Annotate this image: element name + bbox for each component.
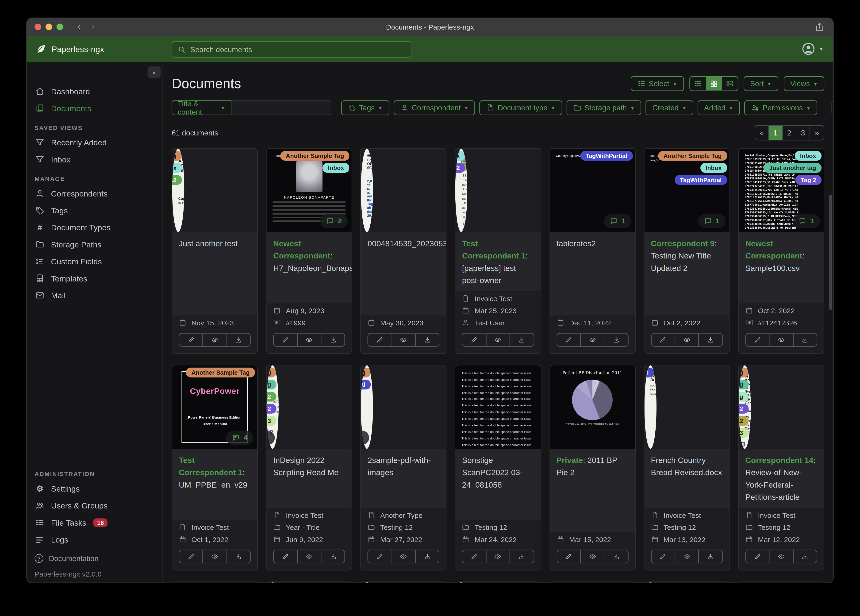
tag-tag-12[interactable]: Tag 12 — [267, 391, 276, 401]
download-button[interactable] — [510, 550, 534, 563]
edit-button[interactable] — [274, 550, 297, 563]
edit-button[interactable] — [179, 550, 203, 563]
document-card[interactable]: one,1.0 five,5.0Another Sample TagInboxT… — [644, 148, 730, 354]
search-input[interactable] — [189, 45, 405, 54]
edit-button[interactable] — [368, 550, 392, 563]
correspondent-link[interactable]: Private — [557, 456, 583, 465]
view-button[interactable] — [203, 333, 227, 346]
document-card[interactable]: Patient BP Distribution 2011Normal, 150,… — [549, 365, 636, 570]
correspondent-link[interactable]: Newest Correspondent — [273, 239, 330, 260]
document-card[interactable]: The SATPractice Test #1Make time to take… — [549, 581, 636, 583]
sidebar-item-logs[interactable]: Logs — [27, 531, 162, 548]
filter-button-correspondent[interactable]: Correspondent▼ — [394, 101, 475, 115]
edit-button[interactable] — [651, 333, 675, 346]
comment-count-badge[interactable]: 1 — [793, 214, 820, 228]
document-card[interactable]: This is a test for the double space char… — [455, 365, 541, 570]
edit-button[interactable] — [463, 333, 486, 346]
view-button[interactable] — [486, 550, 510, 563]
download-button[interactable] — [605, 550, 628, 563]
download-button[interactable] — [605, 333, 628, 346]
view-button[interactable] — [392, 333, 416, 346]
tag-inbox[interactable]: Inbox — [172, 163, 182, 173]
document-title[interactable]: InDesign 2022 Scripting Read Me — [267, 449, 352, 508]
document-title[interactable]: Correspondent 14: Review-of-New-York-Fed… — [739, 449, 824, 508]
view-details-button[interactable] — [722, 77, 738, 90]
tag-just-another-tag[interactable]: Just another tag — [267, 380, 276, 390]
close-window-button[interactable] — [35, 24, 41, 30]
correspondent-link[interactable]: Newest Correspondent — [745, 239, 802, 260]
share-icon[interactable] — [815, 22, 824, 32]
sidebar-item-storage-paths[interactable]: Storage Paths — [27, 236, 162, 253]
comment-count-badge[interactable]: 1 — [604, 214, 631, 228]
tag-another-sample-tag[interactable]: Another Sample Tag — [280, 151, 350, 161]
filter-button-storage-path[interactable]: Storage path▼ — [567, 101, 642, 115]
download-button[interactable] — [321, 333, 345, 346]
view-grid-button[interactable] — [706, 77, 722, 90]
edit-button[interactable] — [463, 550, 486, 563]
download-button[interactable] — [227, 550, 250, 563]
sidebar-item-custom-fields[interactable]: Custom Fields — [27, 253, 162, 270]
tag-inbox[interactable]: Inbox — [455, 151, 465, 161]
tag-another-sample-tag[interactable]: Another Sample Tag — [267, 368, 276, 377]
view-button[interactable] — [581, 333, 604, 346]
tag-inbox[interactable]: Inbox — [322, 163, 350, 173]
user-menu[interactable]: ▼ — [801, 42, 824, 56]
download-button[interactable] — [699, 333, 722, 346]
document-card[interactable]: Francja pod rNAPOLEON BONAPARTEAnother S… — [266, 148, 352, 354]
download-button[interactable] — [321, 550, 345, 563]
filter-button-added[interactable]: Added▼ — [698, 101, 740, 115]
sidebar-item-tags[interactable]: Tags — [27, 202, 162, 219]
tag-tag-222[interactable]: Tag 222 — [739, 416, 749, 426]
sidebar-item-users-groups[interactable]: Users & Groups — [27, 497, 162, 514]
comment-count-badge[interactable]: 2 — [320, 214, 348, 228]
field-selector-button[interactable]: Title & content▼ — [171, 101, 231, 115]
tag-tag-2[interactable]: Tag 2 — [455, 163, 465, 173]
tag-just-another-tag[interactable]: Just another tag — [764, 163, 822, 173]
view-button[interactable] — [770, 550, 793, 563]
edit-button[interactable] — [746, 550, 770, 563]
view-button[interactable] — [770, 333, 793, 346]
edit-button[interactable] — [179, 333, 203, 346]
document-card[interactable]: Adobe Acrobat PDF FilesCupcake ipsumAnot… — [171, 148, 258, 354]
comment-count-badge[interactable]: 1 — [698, 214, 725, 228]
download-button[interactable] — [510, 333, 534, 346]
pagination-page-3[interactable]: 3 — [796, 126, 810, 140]
edit-button[interactable] — [368, 333, 392, 346]
tag-tag-2[interactable]: Tag 2 — [267, 404, 276, 414]
view-button[interactable] — [203, 550, 227, 563]
document-card[interactable]: MEDICAL TEACHERMedical TeacherISSN: 0142… — [455, 148, 541, 354]
view-button[interactable] — [581, 550, 604, 563]
app-brand[interactable]: Paperless-ngx — [27, 43, 104, 55]
tag-just-another-tag[interactable]: Just another tag — [739, 380, 749, 390]
tag-another-sample-tag[interactable]: Another Sample Tag — [172, 151, 182, 161]
correspondent-link[interactable]: Correspondent 9 — [651, 239, 714, 248]
document-card[interactable]: Lorem ipsumLorem ipsum dolor sit amet, c… — [738, 581, 824, 583]
tag-tag-2[interactable]: Tag 2 — [739, 404, 749, 414]
zoom-window-button[interactable] — [56, 24, 63, 30]
download-button[interactable] — [416, 333, 439, 346]
scrollbar-thumb[interactable] — [829, 195, 832, 310]
filter-button-document-type[interactable]: Document type▼ — [480, 101, 562, 115]
reset-filters-button[interactable]: × Reset filters — [832, 101, 833, 115]
download-button[interactable] — [416, 550, 439, 563]
comment-count-badge[interactable]: 4 — [226, 431, 254, 445]
document-card[interactable]: Lorem ipsumLorem ipsum dolor sit amet, c… — [171, 581, 258, 583]
sidebar-item-mail[interactable]: Mail — [27, 287, 162, 304]
tag-another-sample-tag[interactable]: Another Sample Tag — [361, 368, 371, 377]
edit-button[interactable] — [557, 550, 581, 563]
document-title[interactable]: Test Correspondent 1: UM_PPBE_en_v29 — [172, 449, 257, 520]
download-button[interactable] — [699, 550, 722, 563]
sidebar-item-recently-added[interactable]: Recently Added — [27, 134, 162, 151]
view-button[interactable] — [675, 550, 699, 563]
download-button[interactable] — [793, 333, 816, 346]
tag-another-sample-tag[interactable]: Another Sample Tag — [186, 368, 255, 377]
tag-inbox[interactable]: Inbox — [700, 163, 727, 173]
document-title[interactable]: tablerates2 — [550, 232, 635, 315]
sidebar-collapse-button[interactable]: « — [148, 66, 161, 78]
edit-button[interactable] — [746, 333, 770, 346]
sidebar-item-document-types[interactable]: #Document Types — [27, 219, 162, 236]
document-card[interactable]: ✳ BANK OF SCOTLAND2,0 % p. a. auf Ihr Ta… — [361, 148, 447, 354]
tag-tag-3[interactable]: Tag 3 — [267, 416, 276, 426]
pagination-page-2[interactable]: 2 — [783, 126, 796, 140]
sidebar-item-templates[interactable]: Templates — [27, 270, 162, 287]
